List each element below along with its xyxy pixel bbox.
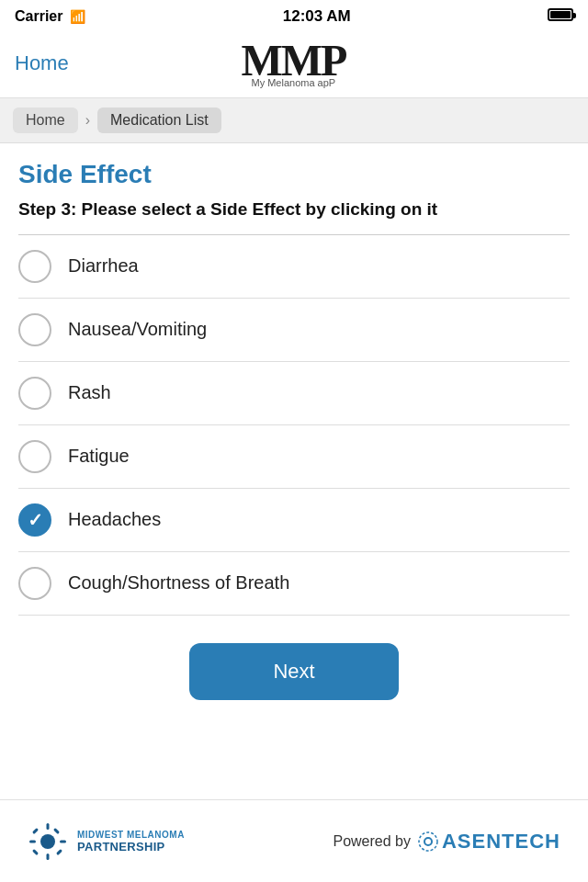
side-effect-item-2[interactable]: Rash — [18, 362, 570, 425]
app-header: Home MMP My Melanoma apP — [0, 33, 588, 98]
radio-circle-3 — [18, 440, 51, 473]
svg-point-9 — [424, 838, 432, 845]
status-left: Carrier 📶 — [15, 8, 85, 25]
button-container: Next — [18, 616, 570, 718]
svg-rect-5 — [32, 827, 39, 833]
radio-circle-5 — [18, 567, 51, 600]
radio-circle-4 — [18, 503, 51, 537]
footer-asentech: ASENTECH — [418, 830, 560, 854]
side-effect-item-4[interactable]: Headaches — [18, 489, 570, 552]
svg-rect-4 — [60, 840, 66, 842]
footer: MIDWEST MELANOMA PARTNERSHIP Powered by … — [0, 799, 588, 882]
home-nav-link[interactable]: Home — [15, 51, 69, 75]
chevron-right-icon: › — [85, 112, 90, 129]
footer-org-top: MIDWEST MELANOMA — [77, 830, 185, 840]
status-bar: Carrier 📶 12:03 AM — [0, 0, 588, 33]
breadcrumb-current: Medication List — [97, 107, 221, 133]
status-time: 12:03 AM — [283, 7, 351, 26]
logo-subtitle-text: My Melanoma apP — [251, 77, 335, 88]
asentech-gear-icon — [418, 831, 438, 852]
wifi-icon: 📶 — [70, 9, 85, 24]
footer-right: Powered by ASENTECH — [333, 830, 560, 854]
side-effect-item-5[interactable]: Cough/Shortness of Breath — [18, 552, 570, 616]
svg-rect-2 — [47, 854, 50, 860]
logo-mmp-text: MMP — [241, 39, 345, 83]
side-effect-item-3[interactable]: Fatigue — [18, 425, 570, 489]
side-effect-item-0[interactable]: Diarrhea — [18, 235, 570, 299]
powered-by-label: Powered by — [333, 833, 411, 850]
breadcrumb-home[interactable]: Home — [13, 107, 78, 133]
svg-rect-7 — [53, 827, 60, 833]
app-logo: MMP My Melanoma apP — [69, 39, 518, 88]
radio-circle-1 — [18, 313, 51, 346]
footer-org-bottom: PARTNERSHIP — [77, 840, 185, 854]
svg-rect-6 — [56, 848, 62, 854]
svg-rect-8 — [32, 848, 39, 854]
svg-rect-1 — [47, 823, 50, 830]
radio-label-1: Nausea/Vomiting — [68, 319, 207, 340]
svg-rect-3 — [29, 840, 36, 842]
section-title: Side Effect — [18, 160, 570, 189]
radio-label-3: Fatigue — [68, 446, 130, 467]
svg-point-0 — [40, 834, 55, 849]
asentech-brand-label: ASENTECH — [442, 830, 560, 854]
main-content: Side Effect Step 3: Please select a Side… — [0, 143, 588, 718]
footer-logo-left: MIDWEST MELANOMA PARTNERSHIP — [28, 821, 185, 862]
svg-point-10 — [419, 832, 437, 851]
radio-circle-0 — [18, 250, 51, 283]
radio-label-2: Rash — [68, 382, 111, 403]
footer-org-text: MIDWEST MELANOMA PARTNERSHIP — [77, 830, 185, 854]
breadcrumb: Home › Medication List — [0, 98, 588, 143]
step-instruction: Step 3: Please select a Side Effect by c… — [18, 198, 570, 221]
radio-circle-2 — [18, 377, 51, 410]
radio-label-5: Cough/Shortness of Breath — [68, 572, 289, 594]
battery-indicator — [548, 8, 573, 25]
side-effect-list: DiarrheaNausea/VomitingRashFatigueHeadac… — [18, 235, 570, 616]
radio-label-4: Headaches — [68, 509, 161, 530]
radio-label-0: Diarrhea — [68, 255, 139, 277]
carrier-label: Carrier — [15, 8, 62, 25]
next-button[interactable]: Next — [189, 643, 399, 700]
sun-icon — [28, 821, 68, 862]
side-effect-item-1[interactable]: Nausea/Vomiting — [18, 299, 570, 362]
